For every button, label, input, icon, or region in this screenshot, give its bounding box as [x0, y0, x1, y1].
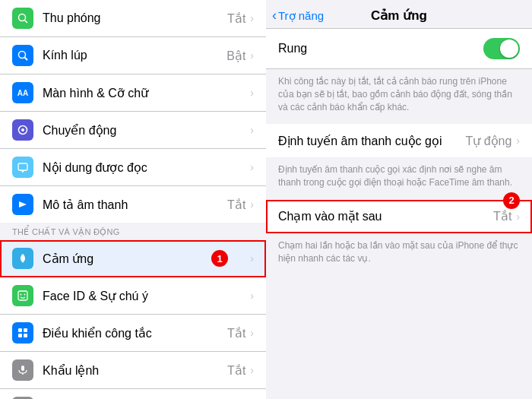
- dinh-tuyen-chevron: ›: [516, 135, 520, 147]
- kinh-lup-chevron: ›: [250, 49, 254, 62]
- dieu-khien-icon: [12, 322, 33, 344]
- dinh-tuyen-item[interactable]: Định tuyến âm thanh cuộc gọi Tự động ›: [266, 124, 532, 157]
- man-hinh-item[interactable]: AA Màn hình & Cỡ chữ ›: [0, 74, 266, 112]
- cam-ung-item[interactable]: Cảm ứng 1 ›: [0, 240, 266, 277]
- cham-item[interactable]: Chạm vào mặt sau Tắt › 2: [266, 200, 532, 233]
- svg-rect-12: [24, 328, 27, 332]
- svg-point-10: [24, 294, 26, 296]
- nav-title: Cảm ứng: [371, 8, 427, 24]
- nut-suon-item[interactable]: Nút sườn ›: [0, 389, 266, 399]
- thu-phong-icon: [12, 8, 33, 29]
- mo-ta-chevron: ›: [250, 198, 254, 211]
- thu-phong-item[interactable]: Thu phóng Tắt ›: [0, 0, 266, 37]
- bottom-settings-list: Cảm ứng 1 › Face ID & Sự chú ý ›: [0, 240, 266, 399]
- rung-toggle[interactable]: [483, 38, 520, 59]
- dieu-khien-chevron: ›: [250, 327, 254, 339]
- svg-point-2: [19, 52, 26, 59]
- cham-chevron: ›: [516, 211, 520, 223]
- rung-item: Rung: [266, 29, 532, 69]
- khau-lenh-icon: [12, 359, 33, 381]
- right-content: Rung Khi công tắc này bị tắt, tắt cả cản…: [266, 29, 532, 399]
- cam-ung-icon: [12, 248, 33, 269]
- khau-lenh-item[interactable]: Khẩu lệnh Tắt ›: [0, 352, 266, 389]
- cham-description: Chạm hai lần hoặc ba lần vào mặt sau của…: [266, 233, 532, 276]
- left-panel: Thu phóng Tắt › Kính lúp Bật › AA Màn hì…: [0, 0, 266, 399]
- top-settings-list: Thu phóng Tắt › Kính lúp Bật › AA Màn hì…: [0, 0, 266, 223]
- chuyen-dong-icon: [12, 119, 33, 141]
- face-id-item[interactable]: Face ID & Sự chú ý ›: [0, 277, 266, 315]
- dinh-tuyen-description: Định tuyến âm thanh cuộc gọi xác định nơ…: [266, 157, 532, 200]
- dinh-tuyen-section: Định tuyến âm thanh cuộc gọi Tự động ›: [266, 124, 532, 157]
- toggle-knob: [500, 40, 518, 58]
- dieu-khien-item[interactable]: Điều khiển công tắc Tắt ›: [0, 315, 266, 352]
- noi-dung-icon: [12, 157, 33, 178]
- nav-back-label: Trợ năng: [278, 9, 324, 23]
- khau-lenh-chevron: ›: [250, 364, 254, 376]
- man-hinh-label: Màn hình & Cỡ chữ: [43, 86, 250, 100]
- khau-lenh-value: Tắt: [227, 363, 245, 378]
- dieu-khien-label: Điều khiển công tắc: [43, 326, 227, 340]
- chuyen-dong-item[interactable]: Chuyển động ›: [0, 112, 266, 149]
- svg-rect-15: [21, 366, 24, 371]
- cham-label: Chạm vào mặt sau: [278, 209, 493, 223]
- svg-rect-13: [18, 334, 22, 337]
- svg-rect-11: [18, 328, 22, 332]
- man-hinh-icon: AA: [12, 82, 33, 103]
- chuyen-dong-chevron: ›: [250, 124, 254, 136]
- noi-dung-label: Nội dung được đọc: [43, 160, 250, 175]
- chuyen-dong-label: Chuyển động: [43, 123, 250, 138]
- kinh-lup-label: Kính lúp: [43, 49, 226, 62]
- badge-2: 2: [503, 192, 520, 209]
- svg-point-9: [21, 294, 22, 296]
- thu-phong-value: Tắt: [227, 11, 245, 26]
- man-hinh-chevron: ›: [250, 87, 254, 99]
- face-id-label: Face ID & Sự chú ý: [43, 289, 250, 303]
- rung-label: Rung: [278, 42, 483, 55]
- cam-ung-chevron: ›: [250, 252, 254, 264]
- svg-point-0: [19, 14, 26, 21]
- mo-ta-icon: [12, 194, 33, 215]
- mo-ta-label: Mô tả âm thanh: [43, 198, 227, 212]
- noi-dung-chevron: ›: [250, 161, 254, 173]
- badge-1: 1: [211, 250, 228, 267]
- svg-rect-14: [24, 334, 27, 337]
- kinh-lup-value: Bật: [226, 49, 245, 63]
- back-chevron-icon: ‹: [272, 8, 277, 24]
- svg-line-1: [25, 21, 28, 24]
- cham-value: Tắt: [493, 209, 511, 223]
- khau-lenh-label: Khẩu lệnh: [43, 363, 227, 378]
- section-header: THỂ CHẤT VÀ VẬN ĐỘNG: [0, 223, 266, 240]
- thu-phong-chevron: ›: [250, 12, 254, 24]
- rung-section: Rung: [266, 29, 532, 69]
- cham-section: Chạm vào mặt sau Tắt › 2: [266, 200, 532, 233]
- dinh-tuyen-value: Tự động: [465, 134, 511, 148]
- svg-rect-8: [18, 291, 27, 300]
- dinh-tuyen-label: Định tuyến âm thanh cuộc gọi: [278, 134, 465, 148]
- dieu-khien-value: Tắt: [227, 326, 245, 340]
- nav-back-button[interactable]: ‹ Trợ năng: [272, 8, 324, 24]
- svg-marker-7: [19, 201, 27, 207]
- thu-phong-label: Thu phóng: [43, 11, 227, 25]
- svg-point-5: [21, 128, 24, 131]
- svg-line-3: [25, 58, 28, 61]
- mo-ta-item[interactable]: Mô tả âm thanh Tắt ›: [0, 186, 266, 223]
- kinh-lup-item[interactable]: Kính lúp Bật ›: [0, 37, 266, 74]
- cham-wrapper: Chạm vào mặt sau Tắt › 2: [266, 200, 532, 233]
- svg-rect-6: [18, 163, 27, 170]
- face-id-icon: [12, 285, 33, 306]
- right-panel: ‹ Trợ năng Cảm ứng Rung Khi công tắc này…: [266, 0, 532, 399]
- rung-description: Khi công tắc này bị tắt, tắt cả cảnh báo…: [266, 69, 532, 124]
- face-id-chevron: ›: [250, 290, 254, 302]
- kinh-lup-icon: [12, 45, 33, 66]
- noi-dung-item[interactable]: Nội dung được đọc ›: [0, 149, 266, 186]
- mo-ta-value: Tắt: [227, 198, 245, 212]
- nav-header: ‹ Trợ năng Cảm ứng: [266, 0, 532, 29]
